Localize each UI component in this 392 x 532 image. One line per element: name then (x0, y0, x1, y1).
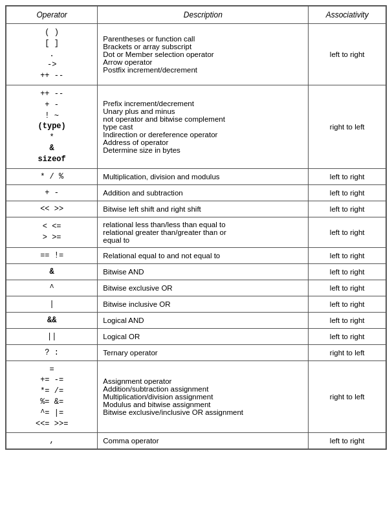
associativity-cell: right to left (309, 360, 386, 433)
description-cell: Ternary operator (98, 344, 309, 360)
operator-cell: ++ -- + - ! ~ (type) * & sizeof (6, 85, 98, 168)
table-row: | Bitwise inclusive OR left to right (6, 296, 386, 312)
table-row: , Comma operator left to right (6, 433, 386, 449)
associativity-cell: left to right (309, 217, 386, 247)
operator-cell: ( ) [ ] . -> ++ -- (6, 24, 98, 85)
col-description-header: Description (98, 6, 309, 24)
description-cell: Relational equal to and not equal to (98, 247, 309, 263)
description-cell: Bitwise exclusive OR (98, 280, 309, 296)
associativity-cell: left to right (309, 433, 386, 449)
operator-cell: ^ (6, 280, 98, 296)
associativity-cell: left to right (309, 247, 386, 263)
description-cell: Bitwise inclusive OR (98, 296, 309, 312)
table-header-row: Operator Description Associativity (6, 6, 386, 24)
table-row: + - Addition and subtraction left to rig… (6, 184, 386, 201)
operator-cell: << >> (6, 201, 98, 217)
table-row: && Logical AND left to right (6, 312, 386, 328)
description-cell: Assignment operator Addition/subtraction… (98, 360, 309, 433)
associativity-cell: left to right (309, 296, 386, 312)
operator-cell: || (6, 328, 98, 344)
table-row: ( ) [ ] . -> ++ -- Parentheses or functi… (6, 24, 386, 85)
associativity-cell: left to right (309, 312, 386, 328)
table-row: * / % Multiplication, division and modul… (6, 168, 386, 184)
description-cell: Prefix increment/decrement Unary plus an… (98, 85, 309, 168)
associativity-cell: left to right (309, 168, 386, 184)
operator-cell: && (6, 312, 98, 328)
table-row: ? : Ternary operator right to left (6, 344, 386, 360)
col-associativity-header: Associativity (309, 6, 386, 24)
operator-cell: = += -= *= /= %= &= ^= |= <<= >>= (6, 360, 98, 433)
table-row: == != Relational equal to and not equal … (6, 247, 386, 263)
operator-cell: == != (6, 247, 98, 263)
description-cell: Parentheses or function call Brackets or… (98, 24, 309, 85)
table-row: = += -= *= /= %= &= ^= |= <<= >>= Assign… (6, 360, 386, 433)
description-cell: Logical OR (98, 328, 309, 344)
associativity-cell: right to left (309, 85, 386, 168)
description-cell: Bitwise AND (98, 263, 309, 280)
description-cell: Comma operator (98, 433, 309, 449)
description-cell: Logical AND (98, 312, 309, 328)
description-cell: relational less than/less than equal to … (98, 217, 309, 247)
description-cell: Addition and subtraction (98, 184, 309, 201)
associativity-cell: left to right (309, 263, 386, 280)
table-row: ++ -- + - ! ~ (type) * & sizeof Prefix i… (6, 85, 386, 168)
operator-table: Operator Description Associativity ( ) [… (6, 6, 386, 449)
table-row: & Bitwise AND left to right (6, 263, 386, 280)
operator-cell: , (6, 433, 98, 449)
table-row: << >> Bitwise left shift and right shift… (6, 201, 386, 217)
operator-cell: & (6, 263, 98, 280)
operator-cell: | (6, 296, 98, 312)
associativity-cell: left to right (309, 201, 386, 217)
associativity-cell: left to right (309, 280, 386, 296)
associativity-cell: left to right (309, 24, 386, 85)
associativity-cell: left to right (309, 328, 386, 344)
operator-cell: * / % (6, 168, 98, 184)
col-operator-header: Operator (6, 6, 98, 24)
operator-table-container: Operator Description Associativity ( ) [… (5, 5, 387, 450)
operator-cell: + - (6, 184, 98, 201)
table-row: || Logical OR left to right (6, 328, 386, 344)
operator-cell: ? : (6, 344, 98, 360)
table-row: ^ Bitwise exclusive OR left to right (6, 280, 386, 296)
table-row: < <= > >= relational less than/less than… (6, 217, 386, 247)
description-cell: Bitwise left shift and right shift (98, 201, 309, 217)
description-cell: Multiplication, division and modulus (98, 168, 309, 184)
associativity-cell: right to left (309, 344, 386, 360)
associativity-cell: left to right (309, 184, 386, 201)
operator-cell: < <= > >= (6, 217, 98, 247)
